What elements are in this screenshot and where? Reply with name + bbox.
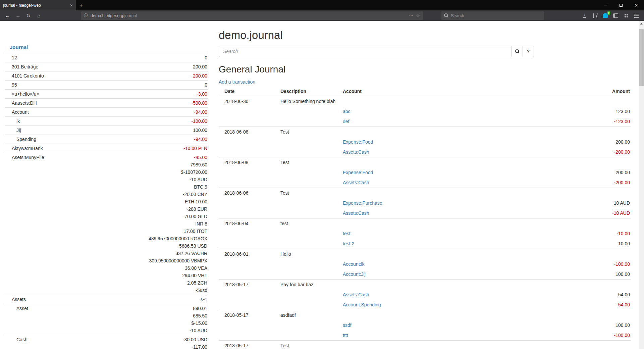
restore-icon	[620, 4, 623, 7]
posting-account-link[interactable]: tttt	[343, 333, 348, 338]
sidebar-account-link[interactable]: Aktywa:mBank	[12, 146, 43, 151]
posting-account-link[interactable]: def	[343, 119, 349, 124]
posting-account-link[interactable]: Assets:Cash	[343, 292, 369, 297]
reload-button[interactable]: ↻	[23, 11, 34, 20]
sidebar-account-link[interactable]: <u>hello</u>	[12, 91, 39, 97]
account-balance: -20.00 CNY	[111, 191, 207, 198]
posting-amount: -200.00	[550, 147, 631, 157]
menu-button[interactable]	[631, 11, 642, 20]
sidebar-account-link[interactable]: Spending	[16, 137, 36, 142]
sidebar-account-row: Aktywa:mBank-10.00 PLN	[5, 144, 208, 153]
browser-window: journal - hledger-web × + × ← → ↻ ⌂ ⓘ de…	[0, 0, 644, 349]
sidebar-account-link[interactable]: Account	[12, 109, 29, 115]
posting-amount: 123.00	[550, 106, 631, 116]
account-balance: BTC 9	[111, 183, 207, 191]
home-button[interactable]: ⌂	[34, 11, 44, 20]
search-submit-button[interactable]	[512, 46, 523, 57]
posting-account-link[interactable]: ssdf	[343, 322, 352, 328]
account-balance: -288 EUR	[111, 205, 207, 213]
window-minimize-button[interactable]	[598, 0, 613, 10]
sidebar-account-link[interactable]: 12	[12, 55, 17, 60]
account-balance: 890.01	[111, 305, 207, 312]
transaction-row: 2018-06-06Test	[219, 188, 631, 198]
forward-button[interactable]: →	[13, 11, 23, 20]
page-content: Journal 120301 Beiträge200.004101 Giroko…	[0, 21, 639, 349]
posting-row: Expense:Food200.00	[219, 167, 631, 178]
downloads-button[interactable]: ↓	[579, 11, 590, 20]
transaction-description: Test	[280, 127, 631, 137]
site-info-icon[interactable]: ⓘ	[84, 13, 88, 18]
url-text[interactable]: demo.hledger.org/journal	[91, 13, 406, 18]
page-scrollbar[interactable]	[639, 21, 644, 349]
library-icon	[593, 13, 597, 18]
sidebar-journal-link[interactable]: Journal	[10, 44, 28, 50]
posting-amount: -123.00	[550, 116, 631, 127]
posting-account-link[interactable]: Expense:Purchase	[343, 200, 382, 206]
browser-search-box[interactable]	[441, 11, 544, 20]
posting-amount: 10 AUD	[550, 198, 631, 208]
sidebar-account-link[interactable]: Asets:MunyPile	[12, 155, 44, 160]
journal-table: Date Description Account Amount 2018-06-…	[219, 87, 631, 349]
sidebar-account-link[interactable]: Jij	[16, 128, 21, 133]
bookmark-star-icon[interactable]: ☆	[416, 13, 420, 18]
new-tab-button[interactable]: +	[76, 0, 87, 10]
section-title: General Journal	[219, 64, 631, 75]
grid-button[interactable]	[621, 11, 631, 20]
posting-account-link[interactable]: test	[343, 231, 351, 236]
window-close-button[interactable]: ×	[629, 0, 644, 10]
account-balance: 7989.60	[111, 161, 207, 168]
posting-row: test-10.00	[219, 229, 631, 239]
transaction-row: 2018-06-08Test	[219, 127, 631, 137]
url-domain: demo.hledger.org	[91, 13, 123, 18]
browser-tab[interactable]: journal - hledger-web ×	[0, 0, 76, 10]
posting-account-link[interactable]: Account:Spending	[343, 302, 381, 307]
search-help-button[interactable]: ?	[523, 46, 534, 57]
posting-amount: 200.00	[550, 167, 631, 178]
scrollbar-up-icon[interactable]	[640, 23, 643, 24]
posting-account-link[interactable]: Assets:Cash	[343, 210, 369, 216]
download-icon: ↓	[583, 13, 586, 18]
scrollbar-thumb[interactable]	[639, 29, 644, 86]
sidebar-account-link[interactable]: 301 Beiträge	[12, 64, 38, 69]
browser-search-input[interactable]	[451, 13, 541, 18]
journal-search-input[interactable]	[219, 46, 512, 57]
sidebar-account-link[interactable]: lk	[16, 118, 20, 124]
posting-account-link[interactable]: Assets:Cash	[343, 180, 369, 185]
tab-title: journal - hledger-web	[3, 3, 67, 8]
sidebar-account-link[interactable]: Asset	[16, 306, 28, 311]
sidebar-toggle-button[interactable]	[610, 11, 621, 20]
tab-close-icon[interactable]: ×	[70, 3, 73, 8]
sidebar-account-link[interactable]: 4101 Girokonto	[12, 73, 44, 79]
account-balance: 0	[111, 54, 207, 61]
account-balance: -30.00 USD	[111, 336, 207, 343]
library-button[interactable]	[590, 11, 600, 20]
url-bar[interactable]: ⓘ demo.hledger.org/journal ⋯ ☆	[81, 11, 423, 20]
posting-account-link[interactable]: Expense:Food	[343, 170, 373, 175]
minimize-icon	[604, 5, 607, 5]
sidebar-account-link[interactable]: Cash	[16, 337, 28, 342]
account-balance: 36.00 VEA	[111, 264, 207, 272]
reload-icon: ↻	[26, 13, 31, 19]
posting-amount: 100.00	[550, 320, 631, 330]
sidebar-account-link[interactable]: 95	[12, 82, 17, 88]
posting-account-link[interactable]: Account:Jij	[343, 271, 366, 277]
account-balance: 309.950000000000 VBMPX	[111, 257, 207, 264]
transaction-description: asdfadf	[280, 310, 631, 320]
add-transaction-link[interactable]: Add a transaction	[219, 79, 255, 85]
sidebar-account-link[interactable]: Assets	[12, 297, 26, 302]
sidebar-account-link[interactable]: Aaasets:DH	[12, 100, 37, 106]
header-account: Account	[342, 87, 550, 96]
posting-account-link[interactable]: Account:lk	[343, 261, 365, 267]
sidebar-account-row: Cash-30.00 USD-117.00	[5, 335, 208, 349]
window-restore-button[interactable]	[613, 0, 629, 10]
page-actions-icon[interactable]: ⋯	[409, 13, 413, 18]
posting-account-link[interactable]: abc	[343, 109, 351, 114]
back-button[interactable]: ←	[2, 11, 13, 20]
posting-account-link[interactable]: Assets:Cash	[343, 149, 369, 155]
posting-account-link[interactable]: test 2	[343, 241, 354, 246]
posting-row: Expense:Food200.00	[219, 137, 631, 147]
posting-account-link[interactable]: Expense:Food	[343, 139, 373, 145]
posting-amount: -10 AUD	[550, 208, 631, 218]
transaction-description: Test	[280, 341, 631, 349]
extension-button[interactable]: 0	[600, 11, 610, 20]
